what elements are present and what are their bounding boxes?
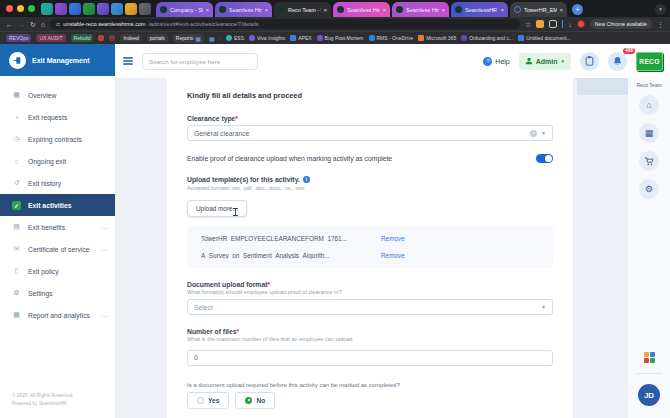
close-window-button[interactable] xyxy=(6,5,13,12)
bookmark-untitled-document[interactable]: Untitled document... xyxy=(518,35,570,41)
sidebar-item-certificate-of-service[interactable]: ✉ Certificate of service ⋯ xyxy=(0,238,115,260)
download-icon[interactable]: ↓ xyxy=(568,21,572,28)
file-name: TowerHR_EMPLOYEECLEARANCEFORM_1761... xyxy=(201,235,381,242)
bookmark-revops[interactable]: REVOps xyxy=(6,34,31,42)
clearance-type-select[interactable]: General clearance × ▼ xyxy=(187,125,553,141)
bookmark-favicon[interactable] xyxy=(109,35,115,41)
pinned-tab-icon[interactable] xyxy=(111,3,123,15)
bookmark-rebuild[interactable]: Rebuild xyxy=(71,34,94,42)
notifications-button[interactable]: 488 xyxy=(608,52,627,71)
bookmark-portals[interactable]: portals xyxy=(147,34,168,42)
bookmark-ess[interactable]: ESS xyxy=(226,35,244,41)
search-input[interactable] xyxy=(142,53,258,70)
tab-close-icon[interactable]: × xyxy=(324,7,327,13)
scrollbar-thumb[interactable] xyxy=(577,78,628,95)
marketplace-button[interactable] xyxy=(639,151,659,171)
sidebar-item-exit-policy[interactable]: ▯ Exit policy xyxy=(0,260,115,282)
forward-icon[interactable]: → xyxy=(18,21,25,28)
browser-tab-seamlesshr[interactable]: SeamlessHR | × xyxy=(451,2,508,17)
hamburger-menu-icon[interactable] xyxy=(123,56,133,67)
browser-menu-icon[interactable]: ⋮ xyxy=(657,21,664,28)
sidebar-item-exit-activities[interactable]: ✓ Exit activities xyxy=(0,194,115,216)
tab-search-chevron-icon[interactable]: ▼ xyxy=(655,4,666,15)
radio-yes[interactable]: Yes xyxy=(187,392,229,409)
tab-close-icon[interactable]: × xyxy=(560,7,563,13)
sidebar-item-exit-benefits[interactable]: ▤ Exit benefits ⋯ xyxy=(0,216,115,238)
browser-tab-seamless-1[interactable]: Seamless Hiri × xyxy=(215,2,272,17)
tab-close-icon[interactable]: × xyxy=(442,7,445,13)
bookmark-bug-post-mortem[interactable]: Bug Post-Mortem xyxy=(317,35,364,41)
tab-close-icon[interactable]: × xyxy=(501,7,504,13)
bookmark-onboarding[interactable]: Onboarding and c... xyxy=(461,35,513,41)
tab-close-icon[interactable]: × xyxy=(265,7,268,13)
apps-button[interactable]: ▦ xyxy=(639,123,659,143)
bookmark-viva-insights[interactable]: Viva Insights xyxy=(249,35,285,41)
sidebar-item-exit-history[interactable]: ↺ Exit history xyxy=(0,172,115,194)
sidebar-item-report-and-analytics[interactable]: ▦ Report and analytics ⋯ xyxy=(0,304,115,326)
extension-divider-icon xyxy=(562,20,563,28)
pinned-tab-icon[interactable] xyxy=(83,3,95,15)
site-info-icon[interactable]: ⇄ xyxy=(56,21,60,27)
num-files-input[interactable] xyxy=(187,350,553,366)
item-menu-icon[interactable]: ⋯ xyxy=(101,312,107,319)
sidebar: Exit Management ▦ Overview ◔ Exit reques… xyxy=(0,44,115,418)
doc-format-select[interactable]: Select ▼ xyxy=(187,299,553,315)
address-bar[interactable]: ⇄ unstable-reco.seamlesshrms.com/admin/e… xyxy=(50,19,520,29)
radio-no[interactable]: No xyxy=(235,392,275,409)
extensions-puzzle-icon[interactable] xyxy=(549,20,557,28)
sidebar-item-overview[interactable]: ▦ Overview xyxy=(0,84,115,106)
clear-selection-icon[interactable]: × xyxy=(530,130,537,137)
browser-tab-towerhr[interactable]: TowerHR_EMP × xyxy=(510,2,567,17)
browser-tab-seamless-3[interactable]: Seamless Hiri × xyxy=(392,2,449,17)
tab-close-icon[interactable]: × xyxy=(383,7,386,13)
bookmark-ux-audit[interactable]: UX AUDIT xyxy=(36,34,65,42)
pinned-tab-icon[interactable] xyxy=(41,3,53,15)
extension-icon[interactable] xyxy=(536,20,544,28)
help-button[interactable]: ? Help xyxy=(483,57,509,66)
tab-title: Reco Team - U xyxy=(288,7,321,13)
item-menu-icon[interactable]: ⋯ xyxy=(101,224,107,231)
app-launcher-icon[interactable] xyxy=(644,352,655,363)
minimize-window-button[interactable] xyxy=(17,5,24,12)
remove-file-link[interactable]: Remove xyxy=(381,252,405,259)
sidebar-item-ongoing-exit[interactable]: ○ Ongoing exit xyxy=(0,150,115,172)
chrome-update-button[interactable]: New Chrome available xyxy=(590,19,652,29)
info-icon[interactable]: i xyxy=(303,176,310,183)
proof-upload-toggle[interactable] xyxy=(536,154,553,163)
browser-tab-seamless-2[interactable]: Seamless Hiri × xyxy=(333,2,390,17)
bookmark-reports[interactable]: Reports ▦ xyxy=(173,34,204,43)
bookmark-apex[interactable]: APEX xyxy=(290,35,311,41)
pinned-tab-icon[interactable] xyxy=(125,3,137,15)
bookmark-favicon[interactable] xyxy=(98,35,104,41)
admin-menu-button[interactable]: Admin ▼ xyxy=(519,53,571,70)
bookmark-rms-onedrive[interactable]: RMS - OneDrive xyxy=(369,35,414,41)
required-asterisk: * xyxy=(267,281,270,288)
pinned-tab-icon[interactable] xyxy=(55,3,67,15)
pinned-tab-icon[interactable] xyxy=(69,3,81,15)
bookmark-indeed[interactable]: Indeed xyxy=(120,34,141,42)
sidebar-item-settings[interactable]: ⚙ Settings xyxy=(0,282,115,304)
home-button[interactable]: ⌂ xyxy=(639,95,659,115)
new-tab-button[interactable]: + xyxy=(572,4,583,15)
tab-close-icon[interactable]: × xyxy=(206,7,209,13)
maximize-window-button[interactable] xyxy=(28,5,35,12)
apps-grid-icon[interactable]: ▦ xyxy=(209,35,215,42)
settings-button[interactable]: ⚙ xyxy=(639,179,659,199)
browser-tab-reco-active[interactable]: Reco Team - U × xyxy=(274,2,331,17)
home-icon[interactable]: ⌂ xyxy=(41,21,45,28)
sidebar-item-exit-requests[interactable]: ◔ Exit requests xyxy=(0,106,115,128)
browser-tab-company[interactable]: Company - Sta × xyxy=(156,2,213,17)
pinned-tab-icon[interactable] xyxy=(139,3,151,15)
user-avatar[interactable]: JD xyxy=(638,384,660,406)
clipboard-button[interactable] xyxy=(580,52,599,71)
sidebar-item-expiring-contracts[interactable]: ◷ Expiring contracts xyxy=(0,128,115,150)
item-menu-icon[interactable]: ⋯ xyxy=(101,246,107,253)
remove-file-link[interactable]: Remove xyxy=(381,235,405,242)
bookmark-star-icon[interactable]: ☆ xyxy=(525,21,531,28)
back-icon[interactable]: ← xyxy=(6,21,13,28)
pinned-tab-icon[interactable] xyxy=(97,3,109,15)
reload-icon[interactable]: ↻ xyxy=(30,21,36,28)
doc-format-placeholder: Select xyxy=(194,304,213,311)
bookmark-microsoft-365[interactable]: Microsoft 365 xyxy=(418,35,456,41)
record-icon[interactable] xyxy=(577,20,585,28)
